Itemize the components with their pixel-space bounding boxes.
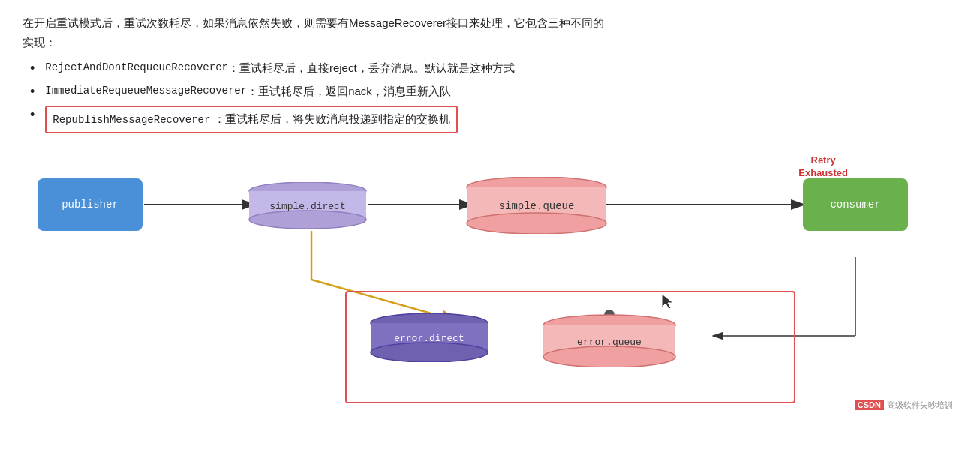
- svg-text:error.direct: error.direct: [394, 333, 464, 344]
- retry-exhausted-label: Retry Exhausted: [798, 154, 848, 180]
- publisher-node: publisher: [38, 178, 143, 231]
- bullet-item-1: RejectAndDontRequeueRecoverer ：重试耗尽后，直接r…: [30, 59, 957, 78]
- publisher-label: publisher: [62, 199, 119, 211]
- error-box: error.direct error.queue: [345, 291, 795, 403]
- bullet-code-1: RejectAndDontRequeueRecoverer: [45, 59, 228, 76]
- error-queue-node: error.queue: [542, 309, 677, 367]
- watermark-label: 高级软件失吵培训: [887, 400, 953, 411]
- svg-point-15: [249, 211, 366, 229]
- diagram-area: publisher consumer simple.direct simple.…: [23, 141, 953, 411]
- svg-point-23: [371, 343, 488, 362]
- bullet-list: RejectAndDontRequeueRecoverer ：重试耗尽后，直接r…: [30, 59, 957, 133]
- bullet-item-2: ImmediateRequeueMessageRecoverer ：重试耗尽后，…: [30, 82, 957, 101]
- bullet-item-3: RepublishMessageRecoverer ：重试耗尽后，将失败消息投递…: [30, 106, 957, 133]
- bullet-desc-1: ：重试耗尽后，直接reject，丢弃消息。默认就是这种方式: [228, 59, 515, 77]
- intro-text: 在开启重试模式后，重试次数耗尽，如果消息依然失败，则需要有MessageReco…: [23, 13, 957, 52]
- bullet-desc-2: ：重试耗尽后，返回nack，消息重新入队: [247, 82, 451, 100]
- intro-line1: 在开启重试模式后，重试次数耗尽，如果消息依然失败，则需要有MessageReco…: [23, 16, 604, 29]
- error-direct-node: error.direct: [369, 313, 489, 362]
- svg-point-28: [543, 346, 675, 367]
- svg-text:error.queue: error.queue: [577, 337, 642, 348]
- bullet-desc-3: ：重试耗尽后，将失败消息投递到指定的交换机: [214, 112, 450, 125]
- bullet-code-2: ImmediateRequeueMessageRecoverer: [45, 82, 247, 99]
- retry-line2: Exhausted: [798, 167, 848, 178]
- bullet-code-3: RepublishMessageRecoverer: [53, 114, 210, 126]
- intro-line2: 实现：: [23, 36, 56, 49]
- watermark-area: CSDN 高级软件失吵培训: [855, 400, 953, 411]
- svg-text:simple.queue: simple.queue: [499, 200, 575, 212]
- simple-queue-node: simple.queue: [465, 177, 608, 234]
- simple-direct-node: simple.direct: [248, 182, 368, 229]
- svg-point-19: [467, 213, 606, 234]
- retry-line1: Retry: [811, 154, 836, 166]
- csdn-label: CSDN: [855, 400, 884, 410]
- consumer-label: consumer: [830, 199, 880, 211]
- consumer-node: consumer: [803, 178, 908, 231]
- svg-text:simple.direct: simple.direct: [269, 201, 345, 212]
- bullet-highlighted-3: RepublishMessageRecoverer ：重试耗尽后，将失败消息投递…: [45, 106, 457, 133]
